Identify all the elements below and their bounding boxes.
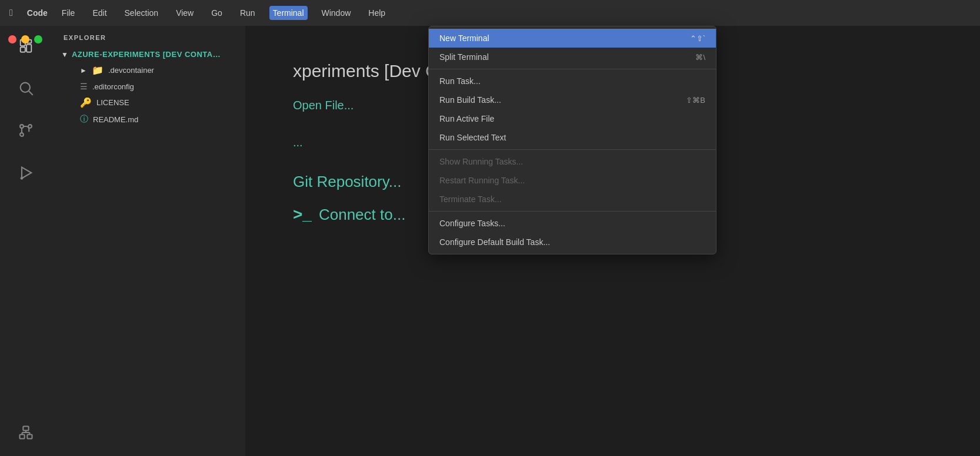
tree-root-label: AZURE-EXPERIMENTS [DEV CONTA… (72, 50, 221, 59)
menu-item-show-running-tasks-label: Show Running Tasks... (439, 157, 523, 166)
svg-rect-3 (26, 45, 31, 52)
run-debug-icon[interactable] (12, 159, 40, 187)
connect-icon: >_ (293, 205, 312, 224)
tree-item-label-readme: README.md (93, 115, 138, 124)
apple-logo-icon:  (9, 8, 13, 18)
tree-item-label-editorconfig: .editorconfig (92, 82, 134, 91)
menu-item-new-terminal-label: New Terminal (439, 33, 489, 43)
menu-item-new-terminal[interactable]: New Terminal ⌃⇧` (429, 29, 716, 48)
tree-item-editorconfig[interactable]: ☰ .editorconfig (56, 79, 245, 94)
folder-chevron-icon: ► (80, 66, 87, 75)
menu-item-restart-running-task-label: Restart Running Task... (439, 176, 525, 185)
tree-item-label-devcontainer: .devcontainer (108, 66, 154, 75)
menu-item-run-active-file-label: Run Active File (439, 114, 494, 123)
open-file-label: Open File... (293, 99, 354, 112)
menu-divider-2 (429, 149, 716, 150)
menubar-window[interactable]: Window (318, 6, 355, 20)
menu-item-configure-default-build-task[interactable]: Configure Default Build Task... (429, 233, 716, 252)
close-button[interactable] (8, 35, 16, 43)
search-icon[interactable] (12, 74, 40, 102)
maximize-button[interactable] (34, 35, 42, 43)
svg-line-5 (29, 91, 32, 95)
menubar-file[interactable]: File (58, 6, 79, 20)
menu-item-run-active-file[interactable]: Run Active File (429, 109, 716, 128)
source-control-icon[interactable] (12, 116, 40, 145)
chevron-down-icon: ▼ (61, 51, 68, 59)
menu-item-terminate-task-label: Terminate Task... (439, 195, 502, 204)
menu-divider-3 (429, 211, 716, 212)
tree-root[interactable]: ▼ AZURE-EXPERIMENTS [DEV CONTA… (56, 47, 245, 62)
menubar:  Code File Edit Selection View Go Run T… (0, 0, 980, 26)
file-tree: ▼ AZURE-EXPERIMENTS [DEV CONTA… ► 📁 .dev… (52, 47, 245, 456)
traffic-lights (8, 35, 42, 43)
tree-item-license[interactable]: 🔑 LICENSE (56, 94, 245, 111)
menu-item-run-task-label: Run Task... (439, 76, 481, 86)
connect-label: Connect to... (319, 206, 405, 224)
remote-icon[interactable] (12, 418, 40, 447)
minimize-button[interactable] (21, 35, 29, 43)
open-file-action[interactable]: Open File... (293, 99, 354, 112)
svg-rect-12 (27, 435, 32, 439)
svg-rect-11 (20, 435, 25, 439)
menubar-terminal[interactable]: Terminal (269, 6, 308, 20)
open-file-section: Open File... (293, 99, 354, 122)
sidebar: EXPLORER ▼ AZURE-EXPERIMENTS [DEV CONTA…… (52, 26, 246, 456)
menu-item-run-selected-text-label: Run Selected Text (439, 133, 506, 142)
menu-item-run-build-task[interactable]: Run Build Task... ⇧⌘B (429, 90, 716, 109)
menubar-view[interactable]: View (172, 6, 197, 20)
git-repo-action[interactable]: Git Repository... (293, 173, 401, 190)
ellipsis-label: ... (293, 136, 303, 149)
menubar-edit[interactable]: Edit (89, 6, 110, 20)
folder-icon: 📁 (92, 65, 104, 76)
menu-item-new-terminal-shortcut: ⌃⇧` (690, 34, 705, 43)
tree-item-label-license: LICENSE (96, 98, 129, 107)
menubar-code[interactable]: Code (27, 8, 48, 18)
ellipsis-action[interactable]: ... (293, 136, 303, 149)
file-icon-editorconfig: ☰ (80, 82, 88, 91)
svg-rect-13 (23, 427, 28, 431)
menu-item-run-build-task-label: Run Build Task... (439, 95, 501, 105)
menu-item-restart-running-task: Restart Running Task... (429, 171, 716, 190)
svg-point-8 (20, 133, 24, 136)
file-icon-license: 🔑 (80, 97, 92, 108)
menu-item-run-build-task-shortcut: ⇧⌘B (686, 96, 705, 105)
svg-point-10 (21, 177, 24, 180)
svg-point-6 (20, 125, 24, 128)
connect-action[interactable]: >_ Connect to... (293, 205, 405, 224)
menu-item-run-selected-text[interactable]: Run Selected Text (429, 128, 716, 147)
menu-divider-1 (429, 69, 716, 69)
menu-item-configure-tasks[interactable]: Configure Tasks... (429, 214, 716, 233)
menu-item-configure-default-build-task-label: Configure Default Build Task... (439, 237, 550, 247)
git-repo-section: Git Repository... (293, 173, 401, 191)
tree-item-devcontainer[interactable]: ► 📁 .devcontainer (56, 62, 245, 79)
explorer-header: EXPLORER (52, 26, 245, 47)
menubar-help[interactable]: Help (365, 6, 389, 20)
ellipsis-section: ... (293, 136, 303, 159)
svg-point-4 (21, 83, 30, 92)
menu-item-split-terminal-label: Split Terminal (439, 52, 489, 62)
svg-rect-1 (21, 47, 25, 52)
svg-marker-9 (22, 167, 31, 179)
activity-bar (0, 26, 52, 456)
menu-item-split-terminal-shortcut: ⌘\ (695, 53, 705, 62)
menu-item-split-terminal[interactable]: Split Terminal ⌘\ (429, 48, 716, 66)
menu-item-terminate-task: Terminate Task... (429, 190, 716, 209)
menubar-selection[interactable]: Selection (121, 6, 162, 20)
menubar-go[interactable]: Go (208, 6, 226, 20)
tree-item-readme[interactable]: ⓘ README.md (56, 111, 245, 128)
menubar-run[interactable]: Run (236, 6, 259, 20)
menu-item-run-task[interactable]: Run Task... (429, 72, 716, 90)
menu-item-show-running-tasks: Show Running Tasks... (429, 152, 716, 171)
file-icon-readme: ⓘ (80, 114, 88, 125)
connect-section: >_ Connect to... (293, 205, 405, 224)
menu-item-configure-tasks-label: Configure Tasks... (439, 219, 505, 228)
terminal-dropdown-menu: New Terminal ⌃⇧` Split Terminal ⌘\ Run T… (428, 26, 716, 254)
